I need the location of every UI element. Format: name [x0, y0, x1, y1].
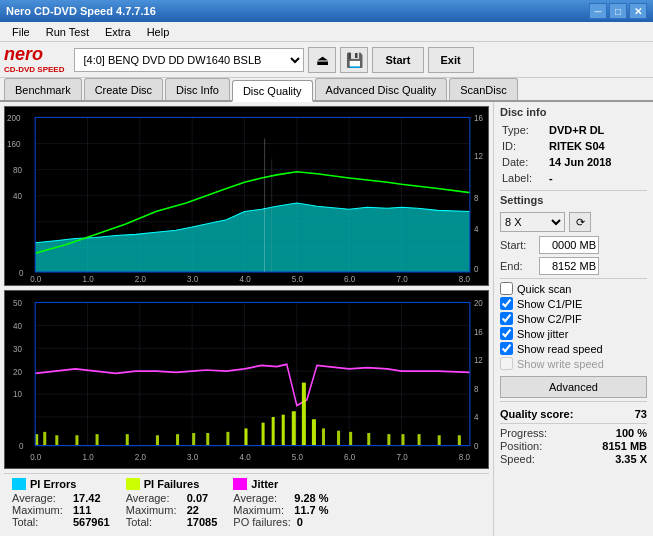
quick-scan-checkbox[interactable]	[500, 282, 513, 295]
svg-text:200: 200	[7, 113, 21, 122]
tab-disc-info[interactable]: Disc Info	[165, 78, 230, 100]
show-read-speed-label: Show read speed	[517, 343, 603, 355]
svg-rect-90	[262, 422, 265, 445]
position-val: 8151 MB	[602, 440, 647, 452]
svg-rect-93	[292, 411, 296, 445]
svg-text:30: 30	[13, 343, 22, 354]
drive-select[interactable]: [4:0] BENQ DVD DD DW1640 BSLB	[74, 48, 304, 72]
progress-row: Progress: 100 %	[500, 427, 647, 439]
right-panel: Disc info Type: DVD+R DL ID: RITEK S04 D…	[493, 102, 653, 536]
progress-label: Progress:	[500, 427, 547, 439]
close-button[interactable]: ✕	[629, 3, 647, 19]
show-jitter-checkbox[interactable]	[500, 327, 513, 340]
pi-failures-total-val: 17085	[187, 516, 218, 528]
tab-create-disc[interactable]: Create Disc	[84, 78, 163, 100]
svg-rect-82	[96, 434, 99, 445]
quality-score-label: Quality score:	[500, 408, 573, 420]
title-bar-title: Nero CD-DVD Speed 4.7.7.16	[6, 5, 156, 17]
svg-text:8.0: 8.0	[459, 451, 470, 462]
menu-bar: File Run Test Extra Help	[0, 22, 653, 42]
eject-button[interactable]: ⏏	[308, 47, 336, 73]
pi-failures-data: Average: 0.07 Maximum: 22 Total: 17085	[126, 492, 218, 528]
svg-text:6.0: 6.0	[344, 451, 355, 462]
svg-rect-89	[244, 428, 247, 445]
tab-advanced-disc-quality[interactable]: Advanced Disc Quality	[315, 78, 448, 100]
tab-benchmark[interactable]: Benchmark	[4, 78, 82, 100]
svg-text:40: 40	[13, 192, 22, 201]
svg-rect-103	[438, 435, 441, 445]
svg-text:12: 12	[474, 354, 483, 365]
quick-scan-row: Quick scan	[500, 282, 647, 295]
tab-bar: Benchmark Create Disc Disc Info Disc Qua…	[0, 78, 653, 102]
maximize-button[interactable]: □	[609, 3, 627, 19]
quality-score-value: 73	[635, 408, 647, 420]
svg-text:3.0: 3.0	[187, 275, 199, 284]
speed-refresh-button[interactable]: ⟳	[569, 212, 591, 232]
svg-text:8: 8	[474, 194, 479, 203]
show-c1-pie-label: Show C1/PIE	[517, 298, 582, 310]
svg-text:80: 80	[13, 166, 22, 175]
show-c1-row: Show C1/PIE	[500, 297, 647, 310]
svg-rect-95	[312, 419, 316, 445]
pi-errors-avg-val: 17.42	[73, 492, 101, 504]
minimize-button[interactable]: ─	[589, 3, 607, 19]
pi-errors-max-label: Maximum:	[12, 504, 67, 516]
svg-text:2.0: 2.0	[135, 275, 147, 284]
jitter-legend: Jitter Average: 9.28 % Maximum: 11.7 % P…	[233, 478, 328, 528]
start-input[interactable]	[539, 236, 599, 254]
chart1-container: 200 160 80 40 0 16 12 8 4 0 0.0 1.0 2.0 …	[4, 106, 489, 286]
svg-rect-102	[418, 434, 421, 445]
main-content: 200 160 80 40 0 16 12 8 4 0 0.0 1.0 2.0 …	[0, 102, 653, 536]
svg-text:0: 0	[19, 440, 24, 451]
tab-scandisc[interactable]: ScanDisc	[449, 78, 517, 100]
svg-rect-79	[43, 431, 46, 445]
advanced-button[interactable]: Advanced	[500, 376, 647, 398]
chart2-svg: 50 40 30 20 10 0 20 16 12 8 4 0 0.0 1.0 …	[5, 291, 488, 469]
show-c2-pif-checkbox[interactable]	[500, 312, 513, 325]
position-label: Position:	[500, 440, 542, 452]
menu-help[interactable]: Help	[139, 24, 178, 40]
jitter-max-label: Maximum:	[233, 504, 288, 516]
svg-text:0: 0	[474, 265, 479, 274]
svg-text:160: 160	[7, 140, 21, 149]
pi-failures-legend: PI Failures Average: 0.07 Maximum: 22 To…	[126, 478, 218, 528]
chart-area: 200 160 80 40 0 16 12 8 4 0 0.0 1.0 2.0 …	[0, 102, 493, 536]
progress-val: 100 %	[616, 427, 647, 439]
tab-disc-quality[interactable]: Disc Quality	[232, 80, 313, 102]
disc-date-row: Date: 14 Jun 2018	[502, 155, 645, 169]
po-failures-label: PO failures:	[233, 516, 290, 528]
svg-rect-100	[387, 434, 390, 445]
start-button[interactable]: Start	[372, 47, 423, 73]
disc-info-table: Type: DVD+R DL ID: RITEK S04 Date: 14 Ju…	[500, 121, 647, 187]
quality-score-row: Quality score: 73	[500, 408, 647, 420]
svg-rect-81	[75, 435, 78, 445]
jitter-title: Jitter	[251, 478, 278, 490]
end-input[interactable]	[539, 257, 599, 275]
start-label: Start:	[500, 239, 535, 251]
nero-logo-text: nero	[4, 45, 64, 63]
po-failures-val: 0	[297, 516, 303, 528]
exit-button[interactable]: Exit	[428, 47, 474, 73]
menu-file[interactable]: File	[4, 24, 38, 40]
disc-type-val: DVD+R DL	[549, 123, 645, 137]
disc-label-label: Label:	[502, 171, 547, 185]
title-bar: Nero CD-DVD Speed 4.7.7.16 ─ □ ✕	[0, 0, 653, 22]
speed-select[interactable]: 8 X Max 1 X 2 X 4 X	[500, 212, 565, 232]
menu-run-test[interactable]: Run Test	[38, 24, 97, 40]
svg-text:4.0: 4.0	[239, 451, 250, 462]
svg-text:40: 40	[13, 320, 22, 331]
pi-errors-title: PI Errors	[30, 478, 76, 490]
chart2-container: 50 40 30 20 10 0 20 16 12 8 4 0 0.0 1.0 …	[4, 290, 489, 470]
show-c1-pie-checkbox[interactable]	[500, 297, 513, 310]
show-jitter-label: Show jitter	[517, 328, 568, 340]
pi-failures-total-label: Total:	[126, 516, 181, 528]
show-read-speed-checkbox[interactable]	[500, 342, 513, 355]
disc-id-val: RITEK S04	[549, 139, 645, 153]
svg-rect-104	[458, 435, 461, 445]
menu-extra[interactable]: Extra	[97, 24, 139, 40]
svg-text:50: 50	[13, 297, 22, 308]
save-button[interactable]: 💾	[340, 47, 368, 73]
svg-text:16: 16	[474, 326, 483, 337]
chart1-svg: 200 160 80 40 0 16 12 8 4 0 0.0 1.0 2.0 …	[5, 107, 488, 285]
show-write-speed-label: Show write speed	[517, 358, 604, 370]
